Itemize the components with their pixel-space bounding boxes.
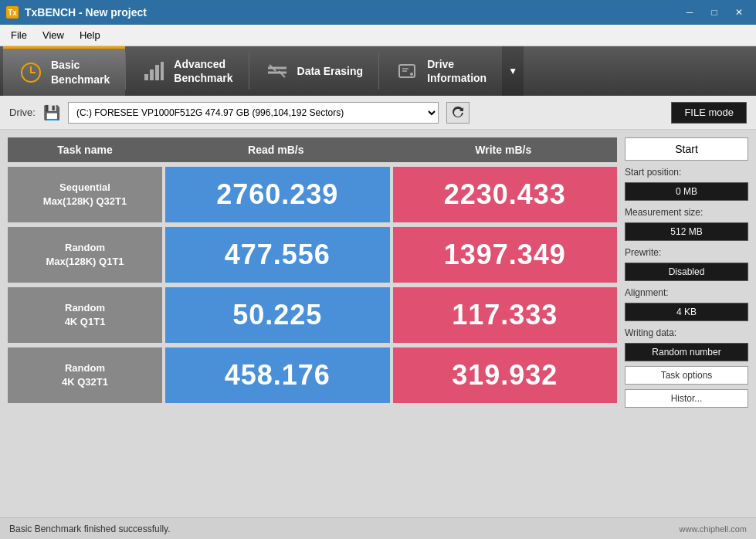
task-name-random-128k: Random Max(128K) Q1T1 — [8, 227, 162, 283]
drive-select[interactable]: (C:) FORESEE VP1000F512G 474.97 GB (996,… — [68, 102, 439, 124]
write-value-random-128k: 1397.349 — [393, 227, 618, 283]
toolbar-drive-information[interactable]: Drive Information — [379, 46, 502, 96]
status-message: Basic Benchmark finished successfully. — [9, 524, 171, 534]
measurement-size-label: Measurement size: — [625, 207, 748, 218]
toolbar-advanced-benchmark[interactable]: Advanced Benchmark — [126, 46, 248, 96]
status-bar: Basic Benchmark finished successfully. w… — [0, 517, 756, 539]
drive-info-label1: Drive — [427, 57, 486, 71]
advanced-benchmark-icon — [141, 59, 166, 83]
read-value-sequential: 2760.239 — [165, 167, 390, 222]
minimize-button[interactable]: ─ — [679, 4, 700, 21]
task-name-sequential: Sequential Max(128K) Q32T1 — [8, 167, 162, 222]
table-row: Random Max(128K) Q1T1 477.556 1397.349 — [8, 227, 617, 283]
file-mode-button[interactable]: FILE mode — [671, 102, 747, 124]
menu-view[interactable]: View — [35, 26, 72, 44]
basic-benchmark-icon — [19, 60, 43, 85]
basic-benchmark-label1: Basic — [51, 58, 110, 72]
table-header: Task name Read mB/s Write mB/s — [8, 137, 617, 162]
table-row: Random 4K Q32T1 458.176 319.932 — [8, 347, 617, 403]
alignment-value: 4 KB — [625, 303, 748, 321]
read-value-random-4k-q32t1: 458.176 — [165, 347, 390, 403]
advanced-benchmark-label2: Benchmark — [174, 71, 232, 85]
task-name-random-4k-q1t1: Random 4K Q1T1 — [8, 287, 162, 343]
app-icon: Tx — [6, 6, 19, 19]
col-write: Write mB/s — [390, 137, 618, 162]
advanced-benchmark-label1: Advanced — [174, 57, 232, 71]
table-row: Sequential Max(128K) Q32T1 2760.239 2230… — [8, 167, 617, 222]
data-erasing-label1: Data Erasing — [297, 64, 364, 78]
alignment-label: Alignment: — [625, 287, 748, 298]
main-content: Task name Read mB/s Write mB/s Sequentia… — [0, 130, 756, 517]
window-title: TxBENCH - New project — [25, 6, 147, 19]
results-table: Task name Read mB/s Write mB/s Sequentia… — [8, 137, 617, 510]
title-bar: Tx TxBENCH - New project ─ □ ✕ — [0, 0, 756, 25]
watermark: www.chiphell.com — [680, 524, 747, 534]
writing-data-button[interactable]: Random number — [625, 343, 748, 361]
svg-rect-4 — [161, 62, 164, 80]
data-erasing-icon — [265, 59, 290, 83]
start-button[interactable]: Start — [625, 137, 748, 161]
maximize-button[interactable]: □ — [703, 4, 725, 21]
close-button[interactable]: ✕ — [728, 4, 750, 21]
start-position-label: Start position: — [625, 167, 748, 178]
task-name-random-4k-q32t1: Random 4K Q32T1 — [8, 347, 162, 403]
svg-rect-2 — [150, 69, 154, 80]
basic-benchmark-label2: Benchmark — [51, 73, 110, 86]
drive-bar: Drive: 💾 (C:) FORESEE VP1000F512G 474.97… — [0, 96, 756, 130]
task-options-button[interactable]: Task options — [625, 366, 748, 385]
menu-help[interactable]: Help — [72, 26, 108, 44]
toolbar: Basic Benchmark Advanced Benchmark — [0, 46, 756, 96]
menu-file[interactable]: File — [3, 26, 35, 44]
read-value-random-4k-q1t1: 50.225 — [165, 287, 390, 343]
start-position-value: 0 MB — [625, 182, 748, 201]
history-button[interactable]: Histor... — [625, 389, 748, 408]
toolbar-basic-benchmark[interactable]: Basic Benchmark — [3, 46, 125, 96]
writing-data-label: Writing data: — [625, 327, 748, 338]
menu-bar: File View Help — [0, 25, 756, 46]
table-row: Random 4K Q1T1 50.225 117.333 — [8, 287, 617, 343]
right-panel: Start Start position: 0 MB Measurement s… — [625, 137, 748, 510]
drive-icon: 💾 — [43, 104, 60, 121]
read-value-random-128k: 477.556 — [165, 227, 390, 283]
prewrite-label: Prewrite: — [625, 247, 748, 258]
write-value-random-4k-q1t1: 117.333 — [393, 287, 618, 343]
svg-rect-3 — [155, 65, 159, 80]
svg-rect-1 — [144, 74, 148, 80]
prewrite-value: Disabled — [625, 263, 748, 281]
col-task-name: Task name — [8, 137, 162, 162]
drive-information-icon — [395, 59, 419, 83]
toolbar-data-erasing[interactable]: Data Erasing — [249, 46, 379, 96]
svg-point-10 — [410, 73, 413, 76]
drive-refresh-button[interactable] — [446, 102, 470, 124]
col-read: Read mB/s — [162, 137, 390, 162]
write-value-sequential: 2230.433 — [393, 167, 618, 222]
write-value-random-4k-q32t1: 319.932 — [393, 347, 618, 403]
drive-label: Drive: — [9, 107, 36, 118]
drive-info-label2: Information — [427, 71, 486, 85]
measurement-size-value: 512 MB — [625, 222, 748, 241]
toolbar-dropdown[interactable]: ▼ — [502, 46, 524, 96]
